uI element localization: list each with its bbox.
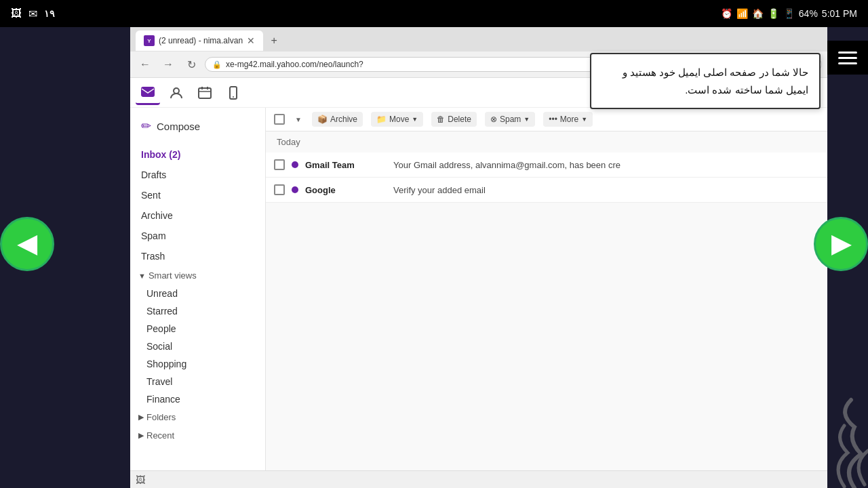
sidebar-item-spam[interactable]: Spam (130, 226, 265, 246)
sidebar-item-drafts[interactable]: Drafts (130, 165, 265, 185)
delete-button[interactable]: 🗑 Delete (431, 112, 477, 127)
delete-icon: 🗑 (437, 115, 445, 124)
unread-dot-1 (292, 161, 298, 168)
shopping-label: Shopping (146, 359, 186, 369)
sidebar-item-unread[interactable]: Unread (130, 285, 265, 302)
unread-label: Unread (146, 288, 178, 299)
nav-forward-button[interactable]: ▶ (814, 217, 868, 271)
delete-label: Delete (448, 115, 471, 124)
sidebar-item-sent[interactable]: Sent (130, 185, 265, 205)
more-button[interactable]: ••• More ▼ (543, 112, 593, 127)
url-text: xe-mg42.mail.yahoo.com/neo/launch? (226, 60, 363, 69)
signal-icon: 📱 (783, 8, 795, 19)
status-right: ⏰ 📶 🏠 🔋 📱 64% 5:01 PM (721, 8, 857, 19)
new-tab-button[interactable]: + (266, 33, 282, 49)
compose-button[interactable]: ✏ Compose (130, 113, 265, 139)
more-icon: ••• (549, 115, 557, 124)
contacts-nav-icon[interactable] (164, 81, 189, 105)
svg-rect-2 (199, 88, 211, 98)
select-all-checkbox[interactable] (274, 114, 285, 125)
smart-views-header[interactable]: ▼ Smart views (130, 266, 265, 285)
notification-count: ١٩ (44, 8, 55, 19)
wifi-icon: 📶 (736, 8, 748, 19)
sidebar-item-travel[interactable]: Travel (130, 373, 265, 390)
popup-line-2: ایمیل شما ساخته شده است. (602, 81, 808, 99)
email-subject-1: Your Gmail address, alvannima@gmail.com,… (393, 160, 819, 170)
sidebar-item-finance[interactable]: Finance (130, 390, 265, 408)
finance-label: Finance (146, 394, 180, 405)
sidebar-item-inbox[interactable]: Inbox (2) (130, 144, 265, 165)
popup-line-1: حالا شما در صفحه اصلی ایمیل خود هستید و (602, 64, 808, 81)
email-toolbar: ▼ 📦 Archive 📁 Move ▼ 🗑 Delete ⊗ Spam (266, 108, 827, 131)
email-checkbox-1[interactable] (274, 159, 285, 170)
sidebar-item-people[interactable]: People (130, 320, 265, 338)
tab-close-button[interactable]: ✕ (247, 35, 255, 46)
lock-icon: 🔒 (212, 60, 222, 69)
email-checkbox-2[interactable] (274, 184, 285, 195)
more-dropdown-icon: ▼ (581, 116, 587, 123)
email-list: ▼ 📦 Archive 📁 Move ▼ 🗑 Delete ⊗ Spam (266, 108, 827, 470)
sidebar-item-starred[interactable]: Starred (130, 302, 265, 320)
tab-bar: Y (2 unread) - nima.alvan ✕ + (130, 27, 827, 52)
active-tab[interactable]: Y (2 unread) - nima.alvan ✕ (136, 30, 263, 51)
time-display: 5:01 PM (822, 8, 857, 19)
compose-pencil-icon: ✏ (141, 119, 151, 134)
folders-header[interactable]: ▶ Folders (130, 408, 265, 426)
archive-icon: 📦 (317, 115, 328, 124)
folders-label: Folders (146, 412, 176, 422)
smart-views-label: Smart views (149, 270, 197, 281)
spam-label: Spam (500, 115, 521, 124)
image-icon: 🖼 (11, 7, 22, 20)
forward-nav-btn[interactable]: → (159, 55, 178, 74)
email-sender-2: Google (305, 185, 387, 195)
sent-label: Sent (141, 190, 161, 201)
sidebar: ✏ Compose Inbox (2) Drafts Sent Archive … (130, 108, 266, 470)
hamburger-menu[interactable] (827, 41, 868, 75)
tab-favicon: Y (144, 35, 155, 46)
mail-content: ✏ Compose Inbox (2) Drafts Sent Archive … (130, 108, 827, 470)
nav-back-button[interactable]: ◀ (0, 217, 54, 271)
svg-point-7 (233, 96, 234, 98)
compose-label: Compose (157, 121, 200, 132)
mobile-nav-icon[interactable] (221, 81, 245, 105)
home-icon: 🏠 (752, 8, 764, 19)
status-footer: 🖼 (130, 470, 827, 488)
battery-percent: 64% (799, 8, 818, 19)
travel-label: Travel (146, 376, 172, 387)
mail-nav-icon[interactable] (136, 81, 160, 105)
select-dropdown[interactable]: ▼ (293, 114, 304, 125)
hamburger-line-1 (838, 52, 857, 54)
mail-icon: ✉ (28, 7, 37, 20)
svg-rect-0 (142, 87, 154, 96)
sidebar-item-archive[interactable]: Archive (130, 205, 265, 226)
drafts-label: Drafts (141, 169, 166, 180)
sidebar-item-trash[interactable]: Trash (130, 246, 265, 266)
archive-label: Archive (330, 115, 357, 124)
sidebar-item-shopping[interactable]: Shopping (130, 355, 265, 373)
social-label: Social (146, 341, 172, 352)
battery-icon: 🔋 (768, 8, 779, 19)
more-label: More (560, 115, 578, 124)
email-row-2[interactable]: Google Verify your added email (266, 178, 827, 203)
tab-label: (2 unread) - nima.alvan (159, 36, 243, 45)
svg-point-1 (174, 88, 179, 94)
spam-button[interactable]: ⊗ Spam ▼ (485, 112, 535, 127)
move-button[interactable]: 📁 Move ▼ (371, 112, 423, 127)
calendar-nav-icon[interactable] (193, 81, 217, 105)
trash-label: Trash (141, 251, 165, 262)
email-row-1[interactable]: Gmail Team Your Gmail address, alvannima… (266, 152, 827, 178)
info-popup: حالا شما در صفحه اصلی ایمیل خود هستید و … (590, 53, 821, 109)
hamburger-line-2 (838, 57, 857, 59)
archive-button[interactable]: 📦 Archive (312, 112, 363, 127)
email-subject-2: Verify your added email (393, 185, 819, 195)
starred-label: Starred (146, 306, 178, 317)
image-footer-icon: 🖼 (136, 474, 145, 485)
spam-icon: ⊗ (490, 115, 497, 124)
archive-label: Archive (141, 210, 173, 221)
sidebar-item-social[interactable]: Social (130, 338, 265, 355)
smart-views-chevron-icon: ▼ (138, 272, 146, 280)
back-arrow-icon: ◀ (18, 230, 37, 258)
back-nav-btn[interactable]: ← (136, 55, 155, 74)
recent-header[interactable]: ▶ Recent (130, 426, 265, 445)
refresh-btn[interactable]: ↻ (182, 55, 201, 74)
